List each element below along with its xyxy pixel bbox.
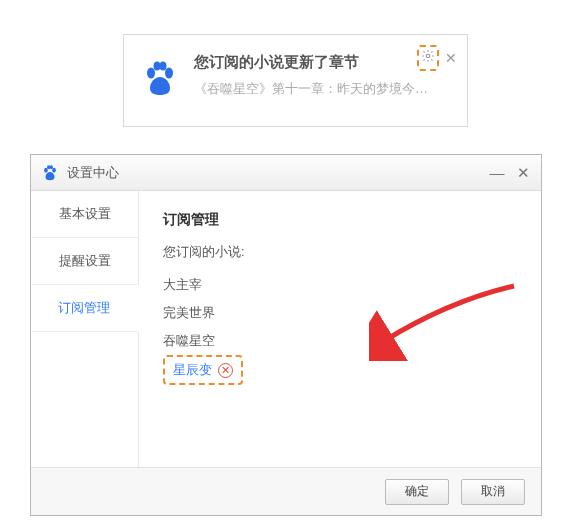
notification-subtitle: 《吞噬星空》第十一章：昨天的梦境今… [194, 80, 451, 98]
notification-card: 您订阅的小说更新了章节 《吞噬星空》第十一章：昨天的梦境今… ✕ [123, 34, 468, 127]
svg-point-4 [426, 54, 430, 58]
cancel-button[interactable]: 取消 [461, 479, 525, 505]
settings-dialog: 设置中心 — ✕ 基本设置 提醒设置 订阅管理 订阅管理 您订阅的小说: 大主宰… [30, 154, 542, 516]
sidebar-item-subscription[interactable]: 订阅管理 [31, 285, 139, 332]
gear-highlight-box [417, 45, 439, 71]
novel-name: 星辰变 [173, 361, 212, 379]
baidu-paw-logo-small [41, 164, 59, 182]
baidu-paw-logo [140, 59, 180, 99]
svg-point-6 [52, 167, 56, 172]
sidebar: 基本设置 提醒设置 订阅管理 [31, 191, 139, 467]
novel-item[interactable]: 完美世界 [163, 299, 517, 327]
svg-point-7 [47, 165, 50, 169]
ok-button[interactable]: 确定 [385, 479, 449, 505]
notification-body: 您订阅的小说更新了章节 《吞噬星空》第十一章：昨天的梦境今… [194, 53, 451, 108]
dialog-body: 基本设置 提醒设置 订阅管理 订阅管理 您订阅的小说: 大主宰 完美世界 吞噬星… [31, 191, 541, 467]
novel-list: 大主宰 完美世界 吞噬星空 星辰变 ✕ [163, 271, 517, 385]
minimize-button[interactable]: — [489, 164, 505, 182]
notification-controls: ✕ [417, 45, 457, 71]
notification-title: 您订阅的小说更新了章节 [194, 53, 451, 72]
svg-point-8 [50, 165, 53, 169]
gear-icon[interactable] [421, 49, 435, 63]
dialog-footer: 确定 取消 [31, 467, 541, 515]
novel-item[interactable]: 吞噬星空 [163, 327, 517, 355]
svg-point-5 [44, 167, 48, 172]
svg-point-0 [147, 68, 155, 79]
delete-icon[interactable]: ✕ [218, 363, 233, 378]
svg-point-2 [154, 62, 161, 71]
close-button[interactable]: ✕ [515, 164, 531, 182]
svg-point-1 [165, 68, 173, 79]
novel-item-highlighted[interactable]: 星辰变 ✕ [163, 355, 243, 385]
window-controls: — ✕ [489, 164, 531, 182]
content-area: 订阅管理 您订阅的小说: 大主宰 完美世界 吞噬星空 星辰变 ✕ [139, 191, 541, 467]
titlebar: 设置中心 — ✕ [31, 155, 541, 191]
novel-item[interactable]: 大主宰 [163, 271, 517, 299]
dialog-title: 设置中心 [67, 164, 489, 182]
sidebar-item-reminder[interactable]: 提醒设置 [31, 238, 138, 285]
svg-point-3 [160, 62, 167, 71]
close-icon[interactable]: ✕ [445, 50, 457, 66]
sidebar-item-basic[interactable]: 基本设置 [31, 191, 138, 238]
sub-label: 您订阅的小说: [163, 243, 517, 261]
content-heading: 订阅管理 [163, 211, 517, 229]
